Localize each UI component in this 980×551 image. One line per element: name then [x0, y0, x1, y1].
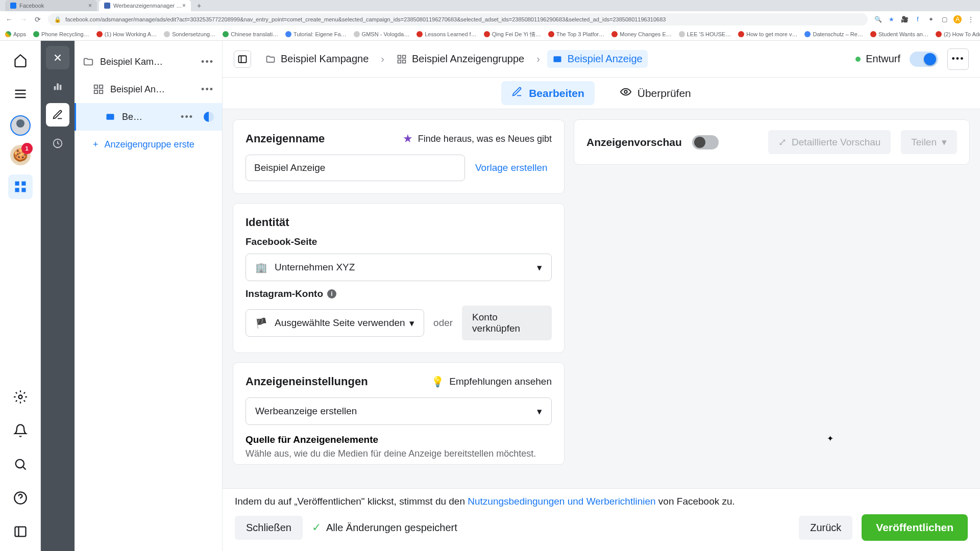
bookmark-icon [611, 31, 618, 37]
content-columns: Anzeigenname ★ Finde heraus, was es Neue… [223, 109, 980, 488]
bookmark-item[interactable]: Chinese translati… [223, 31, 278, 37]
window-icon[interactable]: ▢ [940, 15, 948, 23]
tab-edit[interactable]: Bearbeiten [501, 81, 595, 105]
panel-toggle-button[interactable] [234, 51, 251, 68]
home-button[interactable] [8, 48, 33, 72]
more-icon[interactable]: ••• [201, 57, 214, 67]
forward-button[interactable]: → [19, 15, 28, 23]
hint-text: Finde heraus, was es Neues gibt [418, 134, 552, 144]
add-adset-button[interactable]: + Anzeigengruppe erste [75, 131, 222, 158]
fbpage-select[interactable]: 🏢 Unternehmen XYZ ▾ [246, 254, 552, 281]
new-tab-button[interactable]: + [193, 2, 205, 10]
chart-button[interactable] [46, 74, 69, 98]
browser-chrome: Facebook × Werbeanzeigenmanager - We × +… [0, 0, 980, 41]
svg-rect-0 [15, 182, 19, 186]
ext-icon[interactable]: ✦ [927, 15, 935, 23]
publish-button[interactable]: Veröffentlichen [862, 514, 968, 541]
bookmark-item[interactable]: The Top 3 Platfor… [548, 31, 605, 37]
tree-label: Beispiel Kam… [100, 57, 195, 67]
history-button[interactable] [46, 132, 69, 155]
star-icon[interactable]: ★ [887, 15, 895, 23]
main-area: Beispiel Kampagne › Beispiel Anzeigengru… [223, 41, 980, 551]
close-button[interactable]: Schließen [235, 516, 303, 540]
svg-rect-22 [553, 56, 561, 62]
address-bar[interactable]: 🔒 facebook.com/adsmanager/manage/ads/edi… [48, 13, 868, 26]
info-icon[interactable]: i [327, 289, 336, 298]
tab-review[interactable]: Überprüfen [610, 81, 701, 105]
bookmark-item[interactable]: (2) How To Add A… [936, 31, 980, 37]
grid-icon [93, 84, 104, 95]
bookmark-item[interactable]: Sondersetzung… [164, 31, 215, 37]
help-button[interactable] [8, 486, 33, 510]
preview-toggle[interactable] [692, 135, 719, 149]
settings-button[interactable] [8, 385, 33, 409]
svg-rect-19 [403, 55, 406, 58]
publish-toggle[interactable] [910, 52, 938, 67]
browser-tab-active[interactable]: Werbeanzeigenmanager - We × [99, 0, 191, 11]
status-indicator-icon [204, 112, 214, 122]
preview-column: Anzeigenvorschau ⤢ Detaillierte Vorschau… [574, 119, 970, 478]
close-icon[interactable]: × [88, 2, 92, 9]
user-avatar[interactable] [10, 115, 31, 136]
search-button[interactable] [8, 452, 33, 477]
profile-icon[interactable]: A [953, 15, 962, 23]
bookmark-item[interactable]: (1) How Working A… [96, 31, 157, 37]
policy-link[interactable]: Nutzungsbedingungen und Werberichtlinien [468, 496, 655, 507]
tree-adset[interactable]: Beispiel An… ••• [75, 76, 222, 103]
fb-icon[interactable]: f [914, 15, 922, 23]
close-button[interactable] [46, 46, 69, 69]
check-icon: ✓ [312, 521, 321, 534]
bookmark-item[interactable]: How to get more v… [738, 31, 797, 37]
recommendations-link[interactable]: 💡 Empfehlungen ansehen [431, 375, 552, 388]
browser-tab[interactable]: Facebook × [5, 0, 97, 11]
cookie-icon[interactable]: 🍪1 [10, 145, 31, 165]
more-button[interactable]: ••• [947, 48, 969, 70]
bookmark-item[interactable]: GMSN - Vologda… [354, 31, 410, 37]
notifications-button[interactable] [8, 418, 33, 443]
bookmark-item[interactable]: Tutorial: Eigene Fa… [285, 31, 347, 37]
more-icon[interactable]: ••• [201, 84, 214, 95]
ig-select[interactable]: 🏴 Ausgewählte Seite verwenden ▾ [246, 309, 424, 337]
source-label: Quelle für Anzeigenelemente [246, 434, 552, 445]
svg-rect-14 [94, 90, 97, 93]
ad-name-input[interactable] [246, 155, 465, 181]
create-template-link[interactable]: Vorlage erstellen [475, 162, 548, 173]
detailed-preview-button[interactable]: ⤢ Detaillierte Vorschau [768, 130, 891, 154]
back-button[interactable]: Zurück [799, 516, 852, 540]
close-icon[interactable]: × [182, 2, 186, 9]
tree-ad[interactable]: Be… ••• [75, 103, 222, 131]
bookmark-item[interactable]: Phone Recycling… [33, 31, 89, 37]
share-button[interactable]: Teilen ▾ [901, 130, 957, 154]
select-value: Werbeanzeige erstellen [255, 406, 357, 417]
menu-icon[interactable]: ⋮ [967, 15, 975, 23]
bookmark-item[interactable]: LEE 'S HOUSE… [679, 31, 731, 37]
collapse-button[interactable] [8, 519, 33, 544]
tree-campaign[interactable]: Beispiel Kam… ••• [75, 48, 222, 76]
whats-new-hint[interactable]: ★ Finde heraus, was es Neues gibt [403, 132, 552, 145]
bookmark-item[interactable]: Student Wants an… [870, 31, 928, 37]
zoom-icon[interactable]: 🔍 [874, 15, 882, 23]
menu-button[interactable] [8, 82, 33, 106]
reload-button[interactable]: ⟳ [34, 15, 42, 23]
back-button[interactable]: ← [5, 15, 13, 23]
status-dot-icon [855, 57, 861, 62]
fb-global-sidebar: 🍪1 [0, 41, 41, 551]
bookmark-item[interactable]: Money Changes E… [611, 31, 672, 37]
tab-favicon [104, 3, 110, 9]
tree-label: Beispiel An… [110, 84, 195, 95]
crumb-campaign[interactable]: Beispiel Kampagne [260, 50, 374, 68]
media-icon[interactable]: 🎥 [900, 15, 909, 23]
crumb-ad[interactable]: Beispiel Anzeige [547, 50, 648, 68]
link-account-button[interactable]: Konto verknüpfen [462, 306, 552, 340]
ad-type-select[interactable]: Werbeanzeige erstellen ▾ [246, 397, 552, 425]
ads-manager-button[interactable] [8, 174, 33, 199]
crumb-adset[interactable]: Beispiel Anzeigengruppe [391, 50, 529, 68]
more-icon[interactable]: ••• [181, 112, 193, 122]
bookmark-item[interactable]: Lessons Learned f… [416, 31, 477, 37]
svg-point-5 [15, 460, 23, 468]
bookmark-item[interactable]: Datenschutz – Re… [804, 31, 863, 37]
bookmark-item[interactable]: Apps [5, 31, 26, 37]
edit-button[interactable] [46, 103, 69, 127]
caret-down-icon: ▾ [942, 136, 947, 148]
bookmark-item[interactable]: Qing Fei De Yi 情… [484, 31, 541, 38]
